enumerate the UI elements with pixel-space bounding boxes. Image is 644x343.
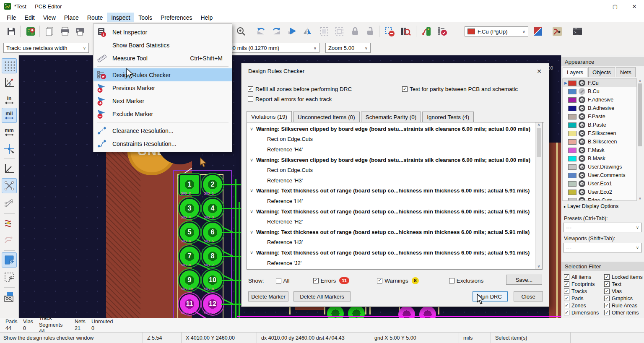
tab-ignored-tests-4[interactable]: Ignored Tests (4): [422, 112, 474, 122]
layer-color-swatch[interactable]: [568, 81, 576, 86]
unlock-button[interactable]: [364, 25, 377, 38]
crosshair-cursor-button[interactable]: [2, 142, 16, 156]
scripting-console-button[interactable]: >_: [571, 25, 584, 38]
route-tracks-button[interactable]: [551, 25, 564, 38]
checkbox[interactable]: [604, 281, 610, 287]
checkbox[interactable]: [564, 288, 569, 294]
chevron-down-icon[interactable]: ∨: [247, 126, 256, 132]
layer-row-f-mask[interactable]: F.Mask: [563, 146, 636, 154]
layer-row-user-drawings[interactable]: User.Drawings: [563, 163, 636, 171]
layer-color-swatch[interactable]: [568, 89, 576, 94]
visibility-eye-icon[interactable]: [579, 180, 585, 187]
drc-option-report-all-errors-for-each-track[interactable]: Report all errors for each track: [248, 96, 332, 102]
plot-button[interactable]: [74, 25, 86, 38]
tab-violations-19[interactable]: Violations (19): [247, 111, 292, 122]
menu-place[interactable]: Place: [60, 13, 83, 22]
forward-button[interactable]: [286, 25, 299, 38]
checkbox[interactable]: [449, 278, 454, 283]
visibility-eye-icon[interactable]: [579, 88, 585, 95]
filter-rule-areas[interactable]: Rule Areas: [604, 302, 643, 309]
layer-color-swatch[interactable]: [568, 190, 576, 195]
layer-row-b-silkscreen[interactable]: B.Silkscreen: [563, 138, 636, 146]
filter-dimensions[interactable]: Dimensions: [564, 309, 604, 316]
pad-11[interactable]: 11SIG_11: [180, 294, 199, 314]
visibility-eye-icon[interactable]: [579, 189, 585, 195]
layer-row-b-cu[interactable]: B.Cu: [563, 87, 636, 96]
visibility-eye-icon[interactable]: [579, 113, 585, 120]
grid-visibility-button[interactable]: [2, 59, 16, 73]
violation-detail[interactable]: Rect on Edge.Cuts: [247, 134, 535, 145]
menu-help[interactable]: Help: [196, 13, 217, 22]
layer-color-swatch[interactable]: [568, 148, 576, 153]
violation-message[interactable]: ∨Warning: Silkscreen clipped by board ed…: [247, 124, 535, 134]
unfill-zones-button[interactable]: [383, 25, 396, 38]
filter-footprints[interactable]: Footprints: [564, 281, 604, 288]
menu-tools[interactable]: Tools: [134, 13, 156, 22]
layer-row-f-adhesive[interactable]: F.Adhesive: [563, 96, 636, 104]
show-filter-all[interactable]: All: [276, 278, 290, 284]
menu-view[interactable]: View: [39, 13, 60, 22]
checkbox[interactable]: [248, 86, 253, 92]
menu-item-exclude-marker[interactable]: Exclude Marker: [93, 107, 232, 120]
maximize-button[interactable]: ▢: [605, 0, 625, 13]
layer-row-f-silkscreen[interactable]: F.Silkscreen: [563, 129, 636, 138]
checkbox[interactable]: [564, 281, 569, 287]
pad-10[interactable]: 10SIG_9: [203, 270, 222, 290]
drc-option-refill-all-zones-before-performing-drc[interactable]: Refill all zones before performing DRC: [248, 86, 352, 92]
layer-color-swatch[interactable]: [568, 139, 576, 145]
scroll-up-icon[interactable]: ∧: [538, 122, 540, 127]
violation-detail[interactable]: Reference 'H3': [247, 237, 535, 248]
dialog-close-icon[interactable]: ✕: [535, 67, 544, 76]
update-pcb-button[interactable]: [420, 25, 433, 38]
filter-other-items[interactable]: Other items: [604, 309, 643, 316]
appearance-tab-layers[interactable]: Layers: [563, 67, 587, 77]
track-width-select[interactable]: Track: use netclass width∨: [3, 43, 89, 53]
menu-item-measure-tool[interactable]: Measure ToolCtrl+Shift+M: [93, 52, 232, 65]
chevron-down-icon[interactable]: ∨: [247, 157, 256, 163]
layer-color-swatch[interactable]: [568, 114, 576, 120]
menu-item-net-inspector[interactable]: iNet Inspector: [93, 26, 232, 39]
layer-row-user-eco1[interactable]: User.Eco1: [563, 179, 636, 188]
checkbox[interactable]: [604, 303, 610, 308]
layer-row-f-cu[interactable]: ▶F.Cu: [563, 79, 636, 87]
checkbox[interactable]: [564, 310, 569, 315]
violation-detail[interactable]: Reference 'J2': [247, 258, 535, 268]
visibility-eye-icon[interactable]: [579, 138, 585, 145]
viewports-select[interactable]: ---∨: [563, 243, 642, 252]
violation-detail[interactable]: Rect on Edge.Cuts: [247, 165, 535, 175]
checkbox[interactable]: [313, 278, 319, 283]
chevron-down-icon[interactable]: ∨: [247, 209, 256, 214]
free-angle-mode-button[interactable]: [2, 161, 16, 176]
filter-pads[interactable]: Pads: [564, 295, 604, 302]
violation-detail[interactable]: Reference 'H4': [247, 196, 535, 206]
units-inches-button[interactable]: in: [2, 93, 16, 107]
tab-schematic-parity-0[interactable]: Schematic Parity (0): [361, 112, 421, 122]
layer-color-swatch[interactable]: [568, 156, 576, 161]
pad-4[interactable]: 4SIG_3: [203, 199, 222, 218]
layer-row-user-eco2[interactable]: User.Eco2: [563, 188, 636, 196]
layer-color-swatch[interactable]: [568, 97, 576, 103]
scroll-up-icon[interactable]: ∧: [639, 79, 641, 83]
dim-nets-button[interactable]: [2, 233, 16, 247]
pad-6[interactable]: 6SIG_5: [203, 223, 222, 242]
visibility-eye-icon[interactable]: [579, 197, 585, 201]
save-button[interactable]: Save...: [506, 275, 542, 285]
pad-8[interactable]: 8SIG_7: [203, 247, 222, 266]
filter-vias[interactable]: Vias: [604, 288, 643, 295]
show-filter-exclusions[interactable]: Exclusions: [449, 278, 484, 284]
layer-color-swatch[interactable]: [568, 131, 576, 136]
appearance-tab-objects[interactable]: Objects: [588, 67, 615, 77]
checkbox[interactable]: [604, 274, 610, 280]
page-settings-button[interactable]: [44, 25, 56, 38]
minimize-button[interactable]: —: [586, 0, 605, 13]
violation-detail[interactable]: Reference 'H4': [247, 144, 535, 155]
violation-message[interactable]: ∨Warning: Text thickness out of range (b…: [247, 186, 535, 196]
drc-toolbar-button[interactable]: [436, 25, 449, 38]
menu-route[interactable]: Route: [83, 13, 107, 22]
zone-outline-mode-button[interactable]: [2, 270, 16, 284]
close-button-drc[interactable]: Close: [514, 291, 543, 301]
save-button[interactable]: [5, 25, 18, 38]
menu-item-clearance-resolution[interactable]: Clearance Resolution...: [93, 124, 232, 137]
checkbox[interactable]: [276, 278, 281, 283]
close-button[interactable]: ✕: [625, 0, 644, 13]
